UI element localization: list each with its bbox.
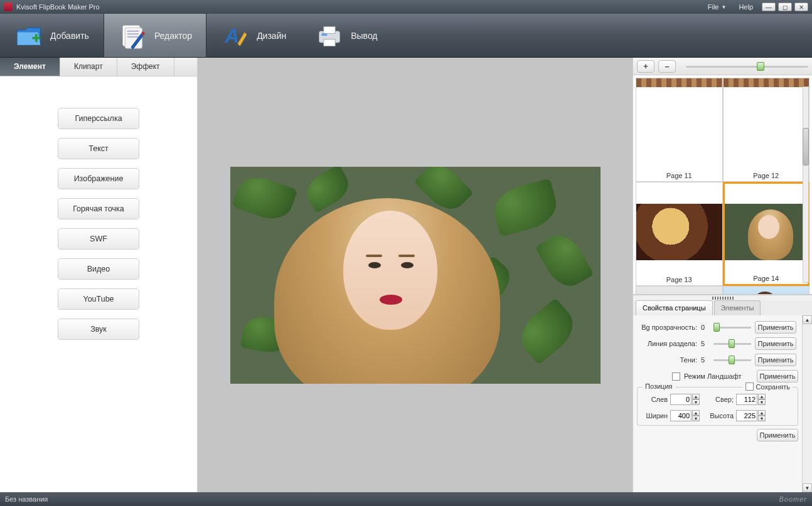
btn-video[interactable]: Видео (58, 258, 139, 280)
thumbnail-page-13[interactable]: Page 13 (636, 182, 723, 286)
legend-position: Позиция (643, 382, 675, 390)
position-fieldset: Позиция Сохранять Слев ▲▼ Свер; ▲▼ Ш (637, 387, 798, 426)
apply-landscape[interactable]: Применить (757, 370, 798, 382)
label-width: Ширин (640, 412, 668, 419)
thumbnail-label: Page 11 (636, 170, 722, 181)
spin-down-icon: ▼ (692, 399, 700, 405)
label-height: Высота (702, 412, 734, 419)
tab-page-properties[interactable]: Свойства страницы (636, 300, 713, 315)
thumbnail-page-16[interactable] (723, 286, 810, 295)
spin-up-icon: ▲ (758, 394, 766, 399)
menu-help[interactable]: Help (732, 3, 759, 11)
editor-canvas-area (198, 58, 633, 492)
thumbnail-label: Page 14 (725, 273, 808, 284)
checkbox-keep[interactable] (745, 382, 754, 391)
apply-shadow[interactable]: Применить (755, 354, 796, 366)
app-icon (4, 3, 13, 11)
toolbar-design[interactable]: A Дизайн (206, 14, 301, 57)
slider-bg-transparency[interactable] (713, 322, 751, 332)
thumbnail-label: Page 12 (724, 170, 809, 181)
spin-up-icon: ▲ (692, 410, 700, 416)
right-panel: + – Page 11 Page 12 (633, 58, 812, 492)
status-brand: Boomer (779, 495, 807, 503)
btn-image[interactable]: Изображение (58, 168, 139, 189)
label-top: Свер; (702, 396, 734, 403)
checkbox-landscape[interactable] (672, 372, 680, 381)
element-buttons: Гиперссылка Текст Изображение Горячая то… (0, 76, 197, 492)
tab-clipart[interactable]: Клипарт (60, 58, 117, 76)
toolbar-output-label: Вывод (351, 31, 377, 41)
toolbar-editor-label: Редактор (154, 31, 192, 41)
spin-down-icon: ▼ (692, 416, 700, 421)
input-top[interactable]: ▲▼ (736, 394, 766, 405)
scroll-down-icon: ▼ (803, 483, 812, 492)
thumbnail-zoom-slider[interactable] (686, 61, 808, 71)
label-shadow: Тени: (637, 356, 697, 364)
tab-effect[interactable]: Эффект (117, 58, 174, 76)
btn-youtube[interactable]: YouTube (58, 288, 139, 310)
zoom-out-button[interactable]: – (658, 60, 676, 73)
label-keep: Сохранять (756, 383, 790, 391)
slider-divider[interactable] (713, 339, 751, 349)
thumbnail-label: Page 13 (636, 274, 722, 285)
label-bg-transparency: Bg прозрачность: (637, 324, 697, 331)
toolbar-design-label: Дизайн (257, 31, 286, 41)
main-toolbar: Добавить Редактор A Дизайн Вывод (0, 14, 812, 58)
properties-panel: Свойства страницы Элементы Bg прозрачнос… (633, 295, 812, 492)
thumbnail-list: Page 11 Page 12 Page 13 (633, 75, 812, 295)
thumbnail-page-15[interactable] (636, 286, 723, 295)
btn-hotspot[interactable]: Горячая точка (58, 198, 139, 219)
window-maximize-button[interactable]: ◻ (778, 3, 792, 11)
thumbnail-page-14[interactable]: Page 14 (723, 182, 810, 286)
properties-scrollbar[interactable]: ▲ ▼ (802, 315, 812, 492)
label-divider: Линия раздела: (637, 340, 697, 347)
folder-add-icon (14, 21, 44, 51)
window-close-button[interactable]: ✕ (794, 3, 808, 11)
page-canvas[interactable] (230, 167, 601, 384)
slider-shadow[interactable] (713, 355, 751, 365)
design-icon: A (220, 21, 250, 51)
value-bg-transparency: 0 (701, 324, 710, 331)
toolbar-add[interactable]: Добавить (0, 14, 104, 57)
editor-icon (118, 21, 148, 51)
tab-elements[interactable]: Элементы (714, 300, 761, 315)
scroll-up-icon: ▲ (803, 315, 812, 324)
label-landscape: Режим Ландшафт (684, 372, 753, 380)
spin-up-icon: ▲ (758, 410, 766, 416)
window-minimize-button[interactable]: — (762, 3, 776, 11)
canvas-portrait-placeholder (262, 186, 532, 384)
titlebar: Kvisoft FlipBook Maker Pro File▼ Help — … (0, 0, 812, 14)
apply-bg-transparency[interactable]: Применить (755, 321, 796, 334)
toolbar-add-label: Добавить (50, 31, 89, 41)
btn-sound[interactable]: Звук (58, 319, 139, 340)
zoom-in-button[interactable]: + (637, 60, 654, 73)
left-tabs: Элемент Клипарт Эффект (0, 58, 197, 76)
apply-divider[interactable]: Применить (755, 337, 796, 350)
spin-down-icon: ▼ (758, 399, 766, 405)
btn-swf[interactable]: SWF (58, 228, 139, 250)
toolbar-output[interactable]: Вывод (301, 14, 392, 57)
thumbnail-page-12[interactable]: Page 12 (723, 78, 810, 182)
printer-icon (314, 21, 345, 51)
toolbar-editor[interactable]: Редактор (104, 14, 206, 57)
input-height[interactable]: ▲▼ (736, 410, 766, 421)
apply-position[interactable]: Применить (757, 429, 798, 441)
value-shadow: 5 (701, 356, 710, 364)
status-document-name: Без названия (5, 495, 48, 503)
thumbnail-scrollbar[interactable] (801, 78, 811, 292)
input-left[interactable]: ▲▼ (670, 394, 700, 405)
tab-element[interactable]: Элемент (0, 58, 60, 76)
btn-hyperlink[interactable]: Гиперссылка (58, 108, 139, 129)
svg-rect-1 (35, 34, 38, 42)
thumbnail-page-11[interactable]: Page 11 (636, 78, 723, 182)
label-left: Слев (640, 396, 668, 403)
btn-text[interactable]: Текст (58, 138, 139, 159)
input-width[interactable]: ▲▼ (670, 410, 700, 421)
splitter-handle[interactable] (633, 295, 812, 300)
spin-down-icon: ▼ (758, 416, 766, 421)
svg-rect-9 (324, 26, 335, 33)
svg-text:A: A (225, 25, 240, 47)
svg-rect-11 (321, 33, 327, 36)
menu-file[interactable]: File▼ (702, 3, 733, 11)
value-divider: 5 (701, 340, 710, 347)
